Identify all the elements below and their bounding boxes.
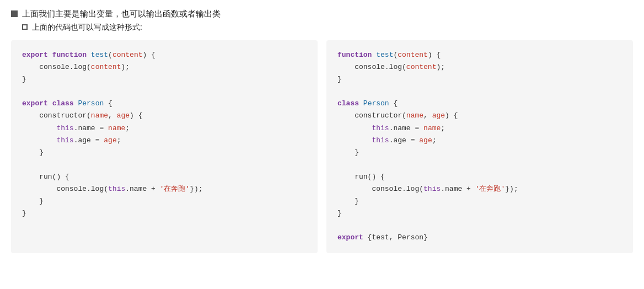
right-code-panel: function test(content) { console.log(con…	[326, 40, 633, 253]
code-line: }	[337, 207, 622, 220]
code-line: console.log(this.name + '在奔跑'});	[337, 183, 622, 195]
code-line: this.age = age;	[22, 135, 307, 147]
left-code-panel: export function test(content) { console.…	[11, 40, 318, 253]
code-line: class Person {	[337, 98, 622, 110]
code-line: constructor(name, age) {	[22, 110, 307, 122]
code-line: }	[337, 195, 622, 207]
code-line: function test(content) {	[337, 49, 622, 61]
code-line: }	[337, 73, 622, 85]
code-line: this.name = name;	[22, 122, 307, 135]
code-line: run() {	[22, 171, 307, 183]
code-line: }	[22, 207, 307, 220]
square-bullet-icon	[11, 10, 18, 17]
code-line: export function test(content) {	[22, 49, 307, 61]
code-line: this.name = name;	[337, 122, 622, 135]
bullet-sub: 上面的代码也可以写成这种形式:	[22, 23, 633, 33]
code-panels: export function test(content) { console.…	[11, 40, 633, 253]
bullet-sub-text: 上面的代码也可以写成这种形式:	[32, 23, 142, 33]
bullet-main: 上面我们主要是输出变量，也可以输出函数或者输出类	[11, 9, 633, 19]
bullet-main-text: 上面我们主要是输出变量，也可以输出函数或者输出类	[22, 9, 221, 19]
code-line: this.age = age;	[337, 135, 622, 147]
square-outline-bullet-icon	[22, 24, 28, 30]
code-line: constructor(name, age) {	[337, 110, 622, 122]
code-line: }	[22, 73, 307, 85]
code-line: }	[22, 195, 307, 207]
code-line: console.log(content);	[22, 61, 307, 73]
code-line: console.log(this.name + '在奔跑'});	[22, 183, 307, 195]
code-line: export class Person {	[22, 98, 307, 110]
code-line: run() {	[337, 171, 622, 183]
code-line: console.log(content);	[337, 61, 622, 73]
bullet-section: 上面我们主要是输出变量，也可以输出函数或者输出类 上面的代码也可以写成这种形式:	[11, 9, 633, 33]
code-line: }	[337, 147, 622, 159]
code-line: }	[22, 147, 307, 159]
code-line: export {test, Person}	[337, 232, 622, 244]
